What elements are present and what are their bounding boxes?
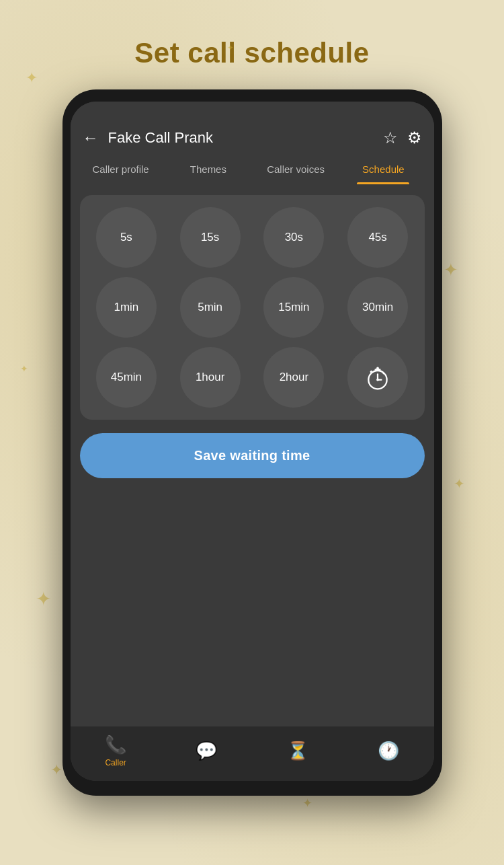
nav-caller-label: Caller xyxy=(105,758,126,767)
schedule-content: 5s 15s 30s 45s 1min 5min 15min 30min 45m… xyxy=(71,184,434,726)
tab-schedule[interactable]: Schedule xyxy=(339,157,427,184)
stopwatch-icon xyxy=(364,364,391,391)
save-waiting-time-button[interactable]: Save waiting time xyxy=(80,433,425,478)
sparkle-icon: ✦ xyxy=(302,796,312,811)
time-option-1hour[interactable]: 1hour xyxy=(180,347,241,408)
status-bar xyxy=(71,102,434,122)
time-option-5s[interactable]: 5s xyxy=(96,207,157,268)
custom-timer-button[interactable] xyxy=(347,347,408,408)
phone-frame: ← Fake Call Prank ☆ ⚙ Caller profile The… xyxy=(62,89,442,796)
time-option-30s[interactable]: 30s xyxy=(263,207,324,268)
top-bar: ← Fake Call Prank ☆ ⚙ xyxy=(71,122,434,147)
sparkle-icon: ✦ xyxy=(444,260,458,280)
time-option-1min[interactable]: 1min xyxy=(96,277,157,338)
nav-messages[interactable]: 💬 xyxy=(161,741,252,761)
time-grid-container: 5s 15s 30s 45s 1min 5min 15min 30min 45m… xyxy=(80,195,425,420)
time-option-30min[interactable]: 30min xyxy=(347,277,408,338)
time-option-45s[interactable]: 45s xyxy=(347,207,408,268)
app-title: Fake Call Prank xyxy=(108,129,374,147)
tabs-bar: Caller profile Themes Caller voices Sche… xyxy=(71,147,434,184)
time-option-45min[interactable]: 45min xyxy=(96,347,157,408)
bottom-navigation: 📞 Caller 💬 ⏳ 🕐 xyxy=(71,726,434,781)
hourglass-icon: ⏳ xyxy=(287,741,308,761)
time-option-5min[interactable]: 5min xyxy=(180,277,241,338)
tab-themes[interactable]: Themes xyxy=(165,157,252,184)
tab-caller-profile[interactable]: Caller profile xyxy=(77,157,165,184)
settings-icon[interactable]: ⚙ xyxy=(407,128,422,147)
phone-icon: 📞 xyxy=(105,735,126,755)
top-icons: ☆ ⚙ xyxy=(383,128,422,147)
history-icon: 🕐 xyxy=(378,741,399,761)
page-title: Set call schedule xyxy=(134,37,369,69)
svg-point-7 xyxy=(376,379,379,381)
sparkle-icon: ✦ xyxy=(36,588,51,610)
time-option-2hour[interactable]: 2hour xyxy=(263,347,324,408)
nav-caller[interactable]: 📞 Caller xyxy=(71,735,161,767)
nav-history[interactable]: 🕐 xyxy=(343,741,433,761)
svg-rect-2 xyxy=(376,367,379,371)
message-icon: 💬 xyxy=(196,741,217,761)
nav-timer[interactable]: ⏳ xyxy=(252,741,343,761)
sparkle-icon: ✦ xyxy=(26,69,38,87)
sparkle-icon: ✦ xyxy=(454,476,465,492)
sparkle-icon: ✦ xyxy=(50,761,62,779)
sparkle-icon: ✦ xyxy=(20,363,28,374)
time-option-15min[interactable]: 15min xyxy=(263,277,324,338)
back-button[interactable]: ← xyxy=(83,128,99,147)
time-option-15s[interactable]: 15s xyxy=(180,207,241,268)
tab-caller-voices[interactable]: Caller voices xyxy=(252,157,339,184)
favorite-icon[interactable]: ☆ xyxy=(383,128,398,147)
time-grid: 5s 15s 30s 45s 1min 5min 15min 30min 45m… xyxy=(89,207,415,408)
phone-screen: ← Fake Call Prank ☆ ⚙ Caller profile The… xyxy=(71,102,434,781)
